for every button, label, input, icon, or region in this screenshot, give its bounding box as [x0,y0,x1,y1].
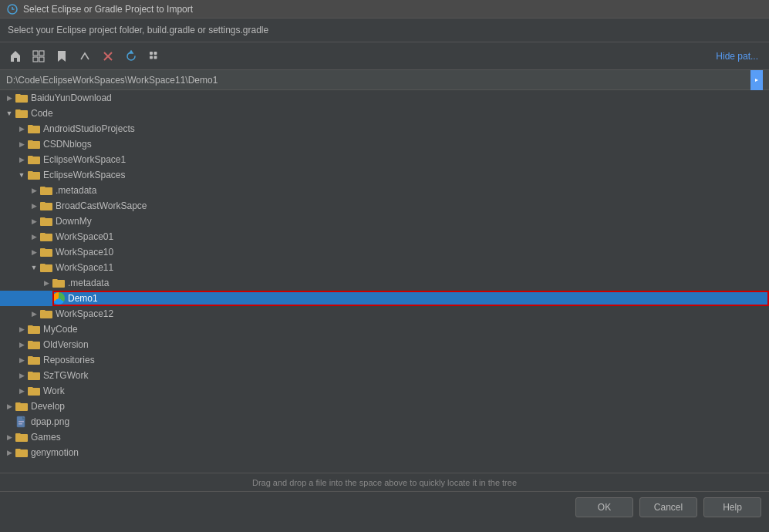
svg-rect-10 [154,56,157,59]
folder-icon-workspace11 [40,262,52,273]
home-button[interactable] [5,45,26,67]
arrow-workspace12: ▶ [28,308,40,320]
tree-item-baiduyundownload[interactable]: ▶ BaiduYunDownload [0,90,769,106]
arrow-genymotion: ▶ [3,446,15,459]
folder-icon-workspace10 [40,247,52,258]
grid-button[interactable] [28,45,49,67]
tree-item-eclipseworkspace1[interactable]: ▶ EclipseWorkSpace1 [0,152,769,167]
folder-icon-metadata1 [40,185,52,196]
tree-item-broadcastworksapce[interactable]: ▶ BroadCastWorkSapce [0,198,769,214]
bookmark-button[interactable] [51,45,73,67]
label-workspace01: WorkSpace01 [56,231,113,242]
folder-icon-broadcastworksapce [40,200,52,211]
label-repositories: Repositories [43,355,95,365]
arrow-workspace11: ▼ [28,261,40,274]
tree-item-androidstudioprojects[interactable]: ▶ AndroidStudioProjects [0,121,769,136]
folder-icon-csdnblogs [28,139,40,150]
folder-icon-repositories [28,355,40,365]
arrow-workspace01: ▶ [28,231,40,243]
folder-icon-code [15,108,28,119]
arrow-broadcastworksapce: ▶ [28,200,40,212]
label-oldversion: OldVersion [43,339,89,350]
arrow-downmy: ▶ [28,215,40,227]
label-broadcastworksapce: BroadCastWorkSapce [56,200,147,211]
tree-item-repositories[interactable]: ▶ Repositories [0,352,769,368]
folder-icon-work [28,386,40,396]
label-dpap: dpap.png [31,416,69,427]
svg-rect-12 [19,421,24,423]
folder-icon-metadata2 [52,278,65,288]
arrow-eclipseworkspace1: ▶ [15,153,28,166]
tree-item-metadata2[interactable]: ▶ .metadata [0,275,769,291]
file-tree[interactable]: ▶ BaiduYunDownload ▼ Code ▶ AndroidStudi… [0,90,769,473]
label-metadata1: .metadata [56,185,96,196]
label-csdnblogs: CSDNblogs [43,139,92,150]
arrow-dpap [3,416,15,428]
arrow-mycode: ▶ [15,323,28,335]
arrow-baiduyundownload: ▶ [3,92,15,104]
label-sztgwork: SzTGWork [43,370,88,381]
label-baiduyundownload: BaiduYunDownload [31,93,112,103]
apps-button[interactable] [143,45,165,67]
tree-item-workspace12[interactable]: ▶ WorkSpace12 [0,306,769,322]
folder-icon-androidstudioprojects [28,123,40,134]
tree-item-genymotion[interactable]: ▶ genymotion [0,445,769,460]
label-metadata2: .metadata [68,278,109,288]
tree-item-dpap[interactable]: dpap.png [0,414,769,429]
tree-item-mycode[interactable]: ▶ MyCode [0,322,769,337]
arrow-eclipseworkspaces: ▼ [15,169,28,181]
footer: OK Cancel Help [0,491,769,522]
svg-rect-2 [39,51,44,56]
window-icon [6,3,19,15]
up-button[interactable] [74,45,96,67]
tree-item-work[interactable]: ▶ Work [0,383,769,399]
label-code: Code [31,108,53,119]
arrow-code: ▼ [3,107,15,120]
ok-button[interactable]: OK [575,497,633,517]
arrow-demo1 [40,292,52,305]
hide-path-button[interactable]: Hide pat... [710,48,764,65]
cancel-button[interactable]: Cancel [639,497,697,517]
arrow-workspace10: ▶ [28,246,40,258]
folder-icon-oldversion [28,339,40,350]
path-bar-expand[interactable] [750,70,763,90]
path-text: D:\Code\EclipseWorkSpaces\WorkSpace11\De… [6,75,218,86]
path-bar: D:\Code\EclipseWorkSpaces\WorkSpace11\De… [0,70,769,90]
arrow-oldversion: ▶ [15,338,28,351]
tree-item-develop[interactable]: ▶ Develop [0,399,769,414]
folder-icon-workspace01 [40,231,52,242]
tree-item-workspace11[interactable]: ▼ WorkSpace11 [0,260,769,275]
tree-item-workspace01[interactable]: ▶ WorkSpace01 [0,229,769,244]
delete-button[interactable] [97,45,119,67]
label-workspace11: WorkSpace11 [56,262,113,273]
label-demo1: Demo1 [68,293,98,304]
tree-item-sztgwork[interactable]: ▶ SzTGWork [0,368,769,383]
toolbar: Hide pat... [0,42,769,70]
label-downmy: DownMy [56,216,92,227]
tree-item-downmy[interactable]: ▶ DownMy [0,214,769,229]
folder-icon-games [15,432,28,443]
svg-rect-3 [33,57,38,62]
tree-item-csdnblogs[interactable]: ▶ CSDNblogs [0,136,769,152]
arrow-sztgwork: ▶ [15,369,28,382]
arrow-work: ▶ [15,385,28,397]
folder-icon-develop [15,401,28,412]
subtitle: Select your Eclipse project folder, buil… [0,19,769,42]
tree-item-demo1[interactable]: Demo1 [0,291,769,306]
arrow-csdnblogs: ▶ [15,138,28,150]
help-button[interactable]: Help [703,497,761,517]
label-games: Games [31,432,61,443]
tree-item-code[interactable]: ▼ Code [0,106,769,121]
status-bar: Drag and drop a file into the space abov… [0,473,769,491]
refresh-button[interactable] [120,45,142,67]
tree-item-workspace10[interactable]: ▶ WorkSpace10 [0,244,769,260]
arrow-develop: ▶ [3,400,15,412]
tree-item-games[interactable]: ▶ Games [0,429,769,445]
label-eclipseworkspace1: EclipseWorkSpace1 [43,154,126,165]
svg-rect-7 [150,52,153,55]
status-text: Drag and drop a file into the space abov… [252,478,517,487]
tree-item-metadata1[interactable]: ▶ .metadata [0,183,769,198]
tree-item-eclipseworkspaces[interactable]: ▼ EclipseWorkSpaces [0,167,769,183]
tree-item-oldversion[interactable]: ▶ OldVersion [0,337,769,352]
label-mycode: MyCode [43,324,78,335]
